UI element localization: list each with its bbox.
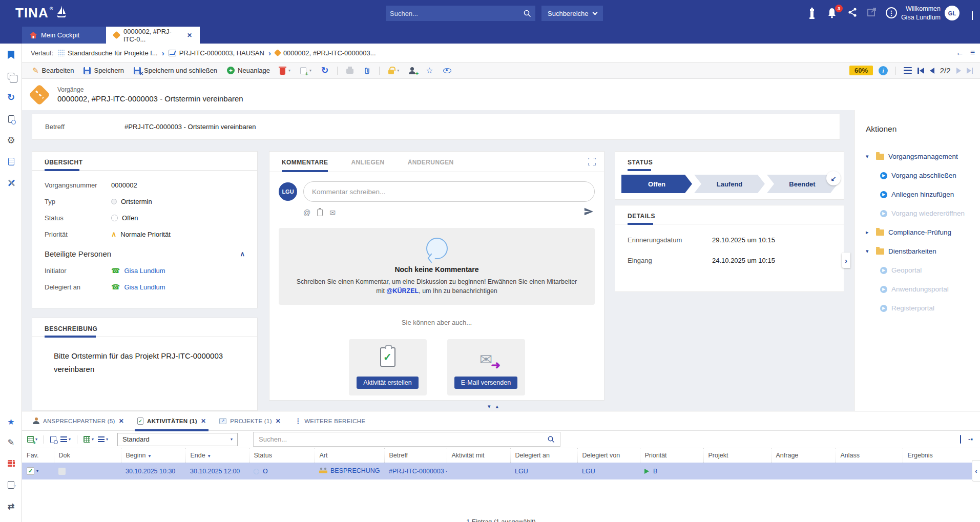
expand-panel-icon[interactable]: › bbox=[842, 253, 850, 268]
external-link-icon[interactable] bbox=[867, 7, 879, 19]
back-arrow-icon[interactable]: ← bbox=[956, 48, 964, 57]
cell-aktivitaet-mit[interactable] bbox=[447, 463, 510, 479]
col-beginn[interactable]: Beginn ▼ bbox=[121, 448, 185, 463]
row-checkbox[interactable]: ✓ bbox=[27, 467, 34, 475]
windows-icon[interactable] bbox=[0, 69, 22, 82]
speichern-button[interactable]: Speichern bbox=[80, 67, 127, 74]
close-tab-icon[interactable]: ✕ bbox=[201, 417, 206, 425]
tab-aenderungen[interactable]: ÄNDERUNGEN bbox=[408, 159, 454, 172]
info-icon[interactable]: i bbox=[879, 66, 888, 75]
col-art[interactable]: Art bbox=[315, 448, 384, 463]
list-menu-icon[interactable] bbox=[904, 67, 912, 74]
history-icon[interactable]: ↻ bbox=[0, 91, 22, 104]
settings-gear-icon[interactable]: ⚙ bbox=[0, 134, 22, 147]
share-icon[interactable] bbox=[847, 7, 860, 19]
edit-note-icon[interactable]: ✎ bbox=[0, 435, 22, 449]
refresh-button[interactable]: ↻ bbox=[318, 65, 331, 76]
task-clipboard-icon[interactable] bbox=[317, 209, 323, 216]
mention-icon[interactable]: @ bbox=[303, 208, 310, 217]
tab-weitere-bereiche[interactable]: WEITERE BEREICHE bbox=[304, 411, 372, 430]
delete-button[interactable]: ▾ bbox=[277, 67, 294, 75]
col-betreff[interactable]: Betreff bbox=[384, 448, 447, 463]
next-page-button[interactable] bbox=[956, 68, 961, 74]
betreff-value[interactable]: #PRJ-ITC-0000003 - Ortstermin vereinbare… bbox=[124, 123, 256, 131]
action-anliegen-hinzufuegen[interactable]: ▶ Anliegen hinzufügen bbox=[866, 185, 980, 204]
close-tab-icon[interactable]: ✕ bbox=[276, 417, 281, 425]
search-scope-dropdown[interactable]: Suchbereiche bbox=[541, 6, 603, 21]
notifications-bell-icon[interactable]: 3 bbox=[827, 7, 839, 19]
beschreibung-text[interactable]: Bitte Ortstermin für das Projekt PRJ-ITC… bbox=[32, 337, 257, 376]
table-search-input[interactable] bbox=[259, 435, 547, 443]
filter-preset-select[interactable]: Standard ▾ bbox=[117, 433, 238, 446]
cell-anlass[interactable] bbox=[836, 463, 903, 479]
chevron-down-icon[interactable]: ▾ bbox=[866, 248, 872, 255]
search-icon[interactable] bbox=[547, 435, 555, 443]
folder-compliance-pruefung[interactable]: ▸ Compliance-Prüfung bbox=[866, 223, 980, 242]
more-options-icon[interactable]: ⋮ bbox=[886, 7, 898, 19]
send-email-card[interactable]: ✉ ➜ E-Mail versenden bbox=[447, 339, 525, 395]
lock-button[interactable]: ▾ bbox=[385, 67, 402, 74]
chevron-down-icon[interactable]: ▾ bbox=[866, 153, 872, 160]
col-prioritaet[interactable]: Priorität bbox=[640, 448, 703, 463]
close-tab-icon[interactable]: ✕ bbox=[187, 32, 192, 39]
cell-anfrage[interactable] bbox=[771, 463, 836, 479]
bearbeiten-button[interactable]: ✎ Bearbeiten bbox=[29, 66, 77, 75]
cell-status[interactable]: O bbox=[249, 463, 315, 479]
tools-icon[interactable] bbox=[0, 176, 22, 190]
col-aktivitaet-mit[interactable]: Aktivität mit bbox=[447, 448, 510, 463]
mail-icon[interactable]: ✉ bbox=[329, 208, 336, 217]
person-link[interactable]: Gisa Lundlum bbox=[124, 283, 165, 291]
cell-ende[interactable]: 30.10.2025 12:00 bbox=[185, 463, 249, 479]
folder-dienstbarkeiten[interactable]: ▾ Dienstbarkeiten bbox=[866, 242, 980, 261]
folder-vorgangsmanagement[interactable]: ▾ Vorgangsmanagement bbox=[866, 147, 980, 166]
col-anlass[interactable]: Anlass bbox=[836, 448, 903, 463]
col-delegiert-von[interactable]: Delegiert von bbox=[577, 448, 640, 463]
cell-fav[interactable]: ✓▾ bbox=[22, 463, 54, 479]
comment-input[interactable] bbox=[303, 181, 595, 202]
menu-icon[interactable]: ≡ bbox=[970, 48, 975, 57]
col-projekt[interactable]: Projekt bbox=[703, 448, 771, 463]
status-step-offen[interactable]: Offen bbox=[621, 175, 692, 193]
table-layout-button[interactable]: ▾ bbox=[84, 436, 94, 443]
first-page-button[interactable] bbox=[918, 68, 924, 74]
cell-prioritaet[interactable]: B bbox=[640, 463, 703, 479]
cell-beginn[interactable]: 30.10.2025 10:30 bbox=[121, 463, 185, 479]
chevron-right-icon[interactable]: ▸ bbox=[866, 229, 872, 236]
col-ende[interactable]: Ende ▼ bbox=[185, 448, 249, 463]
breadcrumb-item-project[interactable]: PRJ-ITC-0000003, HAUSAN bbox=[169, 49, 264, 57]
more-tabs-icon[interactable]: ⋮ bbox=[295, 417, 301, 425]
tab-anliegen[interactable]: ANLIEGEN bbox=[351, 159, 384, 172]
tab-mein-cockpit[interactable]: Mein Cockpit bbox=[22, 27, 106, 44]
phone-contact-icon[interactable]: ☎ bbox=[111, 283, 120, 291]
breadcrumb-item-vorgang[interactable]: 0000002, #PRJ-ITC-0000003... bbox=[275, 49, 376, 57]
user-menu-chevron-icon[interactable] bbox=[972, 11, 973, 19]
sync-icon[interactable]: ⇄ bbox=[0, 499, 22, 513]
tab-record[interactable]: 0000002, #PRJ-ITC-0... ✕ bbox=[106, 27, 200, 44]
cell-delegiert-an[interactable]: LGU bbox=[510, 463, 577, 479]
fullscreen-icon[interactable] bbox=[588, 158, 596, 165]
report-icon[interactable] bbox=[0, 155, 22, 168]
last-page-button[interactable] bbox=[967, 68, 973, 74]
export-icon[interactable] bbox=[0, 478, 22, 491]
neuanlage-button[interactable]: + Neuanlage bbox=[224, 67, 273, 74]
cell-betreff[interactable]: #PRJ-ITC-0000003 -... bbox=[384, 463, 447, 479]
app-logo[interactable]: TINA ® bbox=[15, 5, 67, 21]
global-search[interactable] bbox=[386, 6, 535, 21]
search-icon[interactable] bbox=[523, 9, 531, 17]
collapse-section-icon[interactable]: ∧ bbox=[240, 250, 245, 258]
watch-button[interactable] bbox=[440, 68, 454, 73]
phone-contact-icon[interactable]: ☎ bbox=[111, 266, 120, 275]
search-in-table-button[interactable] bbox=[50, 436, 56, 443]
col-fav[interactable]: Fav. bbox=[22, 448, 54, 463]
split-collapse-handle[interactable]: ▾ ▴ bbox=[488, 403, 498, 410]
favorite-button[interactable]: ☆ bbox=[423, 66, 436, 75]
tab-projekte[interactable]: ↗ PROJEKTE (1) ✕ bbox=[213, 411, 287, 430]
new-row-button[interactable]: ▾ bbox=[27, 436, 37, 443]
col-dok[interactable]: Dok bbox=[54, 448, 121, 463]
collapse-right-icon[interactable]: ‹ bbox=[972, 460, 980, 482]
cell-delegiert-von[interactable]: LGU bbox=[577, 463, 640, 479]
collapse-status-icon[interactable]: ↙ bbox=[826, 171, 841, 185]
send-email-button[interactable]: E-Mail versenden bbox=[454, 377, 517, 389]
global-search-input[interactable] bbox=[390, 10, 523, 17]
cell-art[interactable]: BESPRECHUNG bbox=[315, 463, 384, 479]
